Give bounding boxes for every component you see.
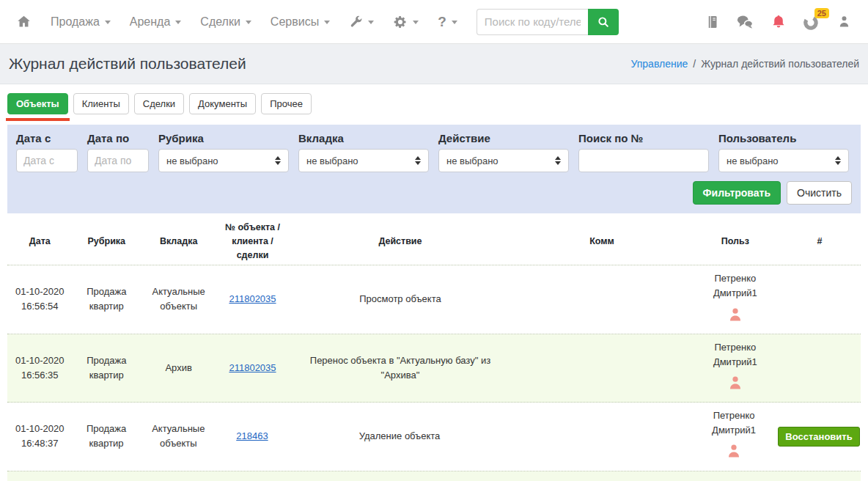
chat-icon[interactable] bbox=[735, 14, 754, 30]
rubric-select[interactable]: не выбрано bbox=[158, 149, 289, 172]
cell-comment bbox=[512, 334, 692, 402]
filter-button[interactable]: Фильтровать bbox=[693, 181, 781, 205]
restore-button[interactable]: Восстановить bbox=[778, 427, 859, 447]
chevron-down-icon bbox=[105, 21, 111, 24]
chevron-down-icon bbox=[368, 21, 374, 24]
select-arrows-icon bbox=[555, 156, 561, 165]
cell-object-id: 218463 bbox=[216, 403, 288, 470]
object-id-link[interactable]: 211802035 bbox=[229, 361, 276, 375]
filter-action-label: Действие bbox=[438, 132, 569, 144]
clear-button[interactable]: Очистить bbox=[787, 181, 852, 205]
menu-prodazha-label: Продажа bbox=[51, 15, 100, 29]
filter-date-to-label: Дата по bbox=[87, 132, 149, 144]
rubric-select-value: не выбрано bbox=[166, 155, 218, 166]
menu-servisy[interactable]: Сервисы bbox=[271, 15, 330, 29]
filter-search-num: Поиск по № bbox=[578, 132, 709, 172]
action-select[interactable]: не выбрано bbox=[438, 149, 569, 172]
select-arrows-icon bbox=[275, 156, 281, 165]
date-to-input[interactable] bbox=[87, 149, 149, 172]
page-title: Журнал действий пользователей bbox=[9, 55, 246, 73]
search-num-input[interactable] bbox=[578, 149, 709, 172]
user-avatar-icon bbox=[725, 442, 743, 464]
cell-action: Просмотр объекта bbox=[289, 265, 512, 333]
menu-sdelki[interactable]: Сделки bbox=[200, 15, 251, 29]
breadcrumb-separator: / bbox=[693, 58, 696, 70]
cell-action: Удаление объекта bbox=[288, 471, 511, 481]
filter-rubric-label: Рубрика bbox=[158, 132, 289, 144]
filter-tab: Вкладка не выбрано bbox=[298, 132, 429, 172]
filter-tab-label: Вкладка bbox=[298, 132, 429, 144]
cell-date: 01-10-202016:56:54 bbox=[7, 265, 73, 333]
cell-restore bbox=[779, 334, 861, 402]
book-icon[interactable] bbox=[705, 14, 719, 30]
user-icon[interactable] bbox=[836, 14, 852, 29]
tab-sdelki[interactable]: Сделки bbox=[134, 93, 184, 114]
filter-date-to: Дата по bbox=[87, 132, 149, 172]
home-icon[interactable] bbox=[16, 14, 32, 29]
filter-user-label: Пользователь bbox=[718, 132, 849, 144]
menu-settings[interactable] bbox=[393, 15, 419, 29]
cell-action: Удаление объекта bbox=[288, 403, 511, 470]
select-arrows-icon bbox=[835, 156, 841, 165]
menu-help[interactable]: ? bbox=[438, 14, 457, 30]
select-arrows-icon bbox=[415, 156, 421, 165]
cell-restore bbox=[779, 265, 861, 333]
cell-rubric: Продажа квартир bbox=[72, 471, 140, 481]
cell-user: Петренко Дмитрий1 bbox=[691, 471, 777, 481]
cell-date: 01-10-202016:48:37 bbox=[7, 471, 72, 481]
user-select[interactable]: не выбрано bbox=[718, 149, 849, 172]
cell-rubric: Продажа квартир bbox=[73, 334, 141, 402]
cell-action: Перенос объекта в "Актуальную базу" из "… bbox=[289, 334, 512, 402]
table-body: 01-10-202016:56:54 Продажа квартир Актуа… bbox=[7, 265, 861, 481]
tab-dokumenty[interactable]: Документы bbox=[189, 93, 256, 114]
table-row: 01-10-202016:48:37 Продажа квартир Актуа… bbox=[7, 403, 861, 471]
tab-prochee[interactable]: Прочее bbox=[261, 93, 312, 114]
col-header-comment: Комм bbox=[512, 232, 692, 251]
tasks-icon[interactable]: 25 bbox=[803, 12, 820, 32]
filter-date-from: Дата с bbox=[16, 132, 78, 172]
table-row: 01-10-202016:48:37 Продажа квартир Актуа… bbox=[7, 471, 861, 481]
tab-klienty[interactable]: Клиенты bbox=[73, 93, 129, 114]
menu-tools[interactable] bbox=[349, 15, 374, 29]
col-header-hash: # bbox=[779, 232, 861, 251]
cell-restore: Восстановить bbox=[777, 403, 861, 470]
search-input[interactable] bbox=[477, 9, 588, 35]
notification-count-badge: 25 bbox=[814, 8, 829, 18]
chevron-down-icon bbox=[452, 21, 457, 24]
chevron-down-icon bbox=[246, 21, 251, 24]
filter-search-num-label: Поиск по № bbox=[578, 132, 709, 144]
breadcrumb-link-upravlenie[interactable]: Управление bbox=[630, 58, 688, 70]
cell-rubric: Продажа квартир bbox=[73, 265, 141, 333]
help-icon: ? bbox=[438, 14, 446, 30]
object-id-link[interactable]: 211802035 bbox=[229, 292, 276, 306]
col-header-rubric: Рубрика bbox=[73, 232, 141, 251]
search-button[interactable] bbox=[588, 9, 619, 35]
object-id-link[interactable]: 218463 bbox=[236, 429, 268, 444]
filter-action: Действие не выбрано bbox=[438, 132, 569, 172]
cell-comment bbox=[511, 403, 691, 470]
cell-user: Петренко Дмитрий1 bbox=[692, 334, 779, 402]
breadcrumb: Управление / Журнал действий пользовател… bbox=[630, 58, 859, 70]
page-header: Журнал действий пользователей Управление… bbox=[0, 44, 868, 84]
breadcrumb-current: Журнал действий пользователей bbox=[701, 58, 859, 70]
col-header-tab: Вкладка bbox=[141, 232, 216, 251]
table-row: 01-10-202016:56:54 Продажа квартир Актуа… bbox=[7, 265, 861, 334]
cell-object-id: 21105751 bbox=[216, 471, 288, 481]
filter-rubric: Рубрика не выбрано bbox=[158, 132, 289, 172]
menu-prodazha[interactable]: Продажа bbox=[51, 15, 111, 29]
cell-tab: Актуальные объекты bbox=[141, 403, 216, 470]
bell-icon[interactable] bbox=[770, 13, 787, 30]
cell-object-id: 211802035 bbox=[216, 334, 288, 402]
cell-object-id: 211802035 bbox=[216, 265, 288, 333]
tab-obekty[interactable]: Объекты bbox=[7, 93, 68, 114]
top-navbar: Продажа Аренда Сделки Сервисы ? bbox=[0, 0, 868, 44]
gear-icon bbox=[393, 15, 408, 29]
filter-date-from-label: Дата с bbox=[16, 132, 78, 144]
tab-select[interactable]: не выбрано bbox=[298, 149, 429, 172]
action-select-value: не выбрано bbox=[446, 155, 499, 166]
log-table: Дата Рубрика Вкладка № объекта / клиента… bbox=[7, 218, 861, 481]
chevron-down-icon bbox=[413, 21, 419, 24]
date-from-input[interactable] bbox=[16, 149, 78, 172]
menu-arenda[interactable]: Аренда bbox=[130, 15, 182, 29]
col-header-number: № объекта / клиента / сделки bbox=[216, 218, 288, 265]
